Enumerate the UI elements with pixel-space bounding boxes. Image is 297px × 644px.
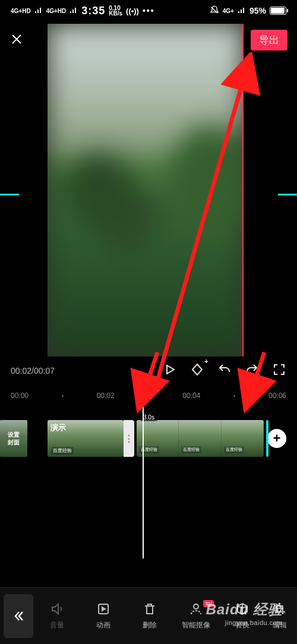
more-icon: ••• (143, 6, 155, 15)
svg-line-4 (247, 352, 264, 406)
add-clip-button[interactable]: + (267, 429, 286, 448)
app-bar: 导出 (0, 30, 297, 50)
tool-animation[interactable]: 动画 (81, 601, 126, 630)
network-indicator-2: 4G+HD (46, 8, 67, 14)
volume-icon (49, 601, 65, 617)
network-indicator-1: 4G+HD (11, 8, 31, 14)
svg-line-2 (154, 58, 249, 391)
guide-bar-left (0, 194, 19, 195)
close-icon[interactable] (10, 32, 24, 49)
data-speed: 0.10 KB/s (109, 5, 122, 16)
annotation-arrow-2 (125, 349, 172, 415)
watermark: Baidu 经验 jingyan.baidu.com (206, 600, 283, 626)
clip-trim-handle[interactable]: ⋮ (124, 420, 134, 457)
svg-point-1 (194, 604, 198, 609)
time-indicator: 00:02/00:07 (11, 366, 55, 375)
network-indicator-3: 4G+ (223, 8, 234, 14)
export-button[interactable]: 导出 (251, 30, 287, 50)
battery-percent: 95% (249, 6, 266, 15)
ruler-tick: 00:02 (97, 392, 115, 400)
signal-bars-icon (69, 6, 78, 15)
guide-bar-right (278, 194, 297, 195)
bell-off-icon (210, 5, 219, 17)
battery-icon (270, 7, 286, 15)
hotspot-icon: ((•)) (126, 7, 139, 15)
set-cover-button[interactable]: 设置 封面 (0, 420, 27, 457)
trash-icon (142, 601, 157, 617)
person-icon (188, 601, 204, 617)
annotation-arrow-3 (232, 349, 279, 415)
tool-volume[interactable]: 音量 (34, 601, 80, 630)
clip-end-handle[interactable] (266, 420, 268, 457)
toolbar-back-button[interactable] (4, 594, 33, 638)
animation-icon (96, 601, 111, 617)
signal-bars-icon (34, 6, 43, 15)
status-bar: 4G+HD 4G+HD 3:35 0.10 KB/s ((•)) ••• 4G+… (0, 0, 297, 21)
signal-bars-icon (238, 6, 246, 15)
svg-line-3 (140, 352, 157, 406)
timeline-track[interactable]: 设置 封面 演示 百度经验 ⋮ 百度经验 百度经验 百度经验 3.0s + (0, 412, 297, 465)
clock: 3:35 (81, 5, 105, 17)
tool-delete[interactable]: 删除 (127, 601, 172, 630)
clip-1[interactable]: 演示 百度经验 (48, 420, 124, 457)
clip-2[interactable]: 百度经验 百度经验 百度经验 (137, 420, 264, 457)
ruler-tick: 00:00 (11, 392, 29, 400)
